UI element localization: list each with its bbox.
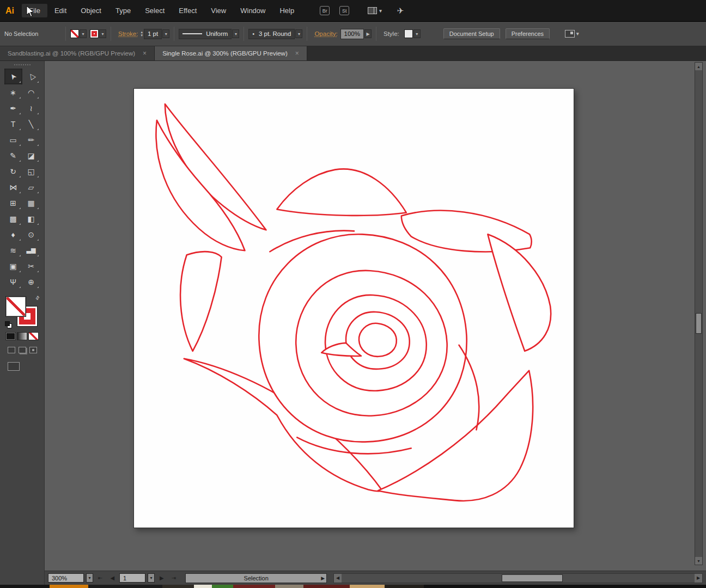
tool-rectangle[interactable]: ▭ (4, 132, 22, 148)
none-button[interactable] (28, 332, 39, 340)
vertical-scroll-track[interactable] (695, 70, 702, 557)
tool-slice[interactable]: ✂ (22, 258, 40, 274)
color-mode-row (0, 332, 44, 340)
tool-direct-selection[interactable]: ▷ (22, 69, 40, 84)
draw-behind-icon[interactable] (19, 347, 26, 353)
tool-selection[interactable]: ➤ (4, 69, 22, 84)
artboard-dropdown-icon[interactable]: ▾ (148, 573, 155, 583)
tool-gradient[interactable]: ◧ (22, 211, 40, 226)
tool-symbol-sprayer[interactable]: ≋ (4, 242, 22, 258)
zoom-level-input[interactable]: 300% (48, 573, 84, 583)
scroll-down-icon[interactable]: ▼ (695, 557, 702, 565)
tool-scale[interactable]: ◱ (22, 163, 40, 179)
horizontal-scroll-thumb[interactable] (502, 574, 563, 582)
fill-dropdown-icon[interactable]: ▾ (80, 29, 87, 38)
symbol-sprayer-tool-icon: ≋ (10, 246, 16, 255)
app-logo[interactable]: Ai (0, 6, 22, 16)
scroll-right-icon[interactable]: ▶ (695, 574, 702, 583)
draw-inside-icon[interactable] (29, 347, 37, 353)
stroke-dropdown-icon[interactable]: ▾ (99, 29, 106, 38)
stroke-panel-link[interactable]: Stroke: (118, 30, 138, 37)
touch-workspace-switch[interactable]: ▾ (565, 30, 579, 38)
tool-curvature[interactable]: ≀ (22, 100, 40, 116)
zoom-dropdown-icon[interactable]: ▾ (86, 573, 93, 583)
tool-perspective-grid[interactable]: ▦ (22, 195, 40, 211)
close-icon[interactable]: × (295, 50, 299, 57)
swap-fill-stroke-icon[interactable]: ⇄ (34, 295, 41, 301)
opacity-panel-arrow-icon[interactable]: ▶ (364, 29, 372, 38)
brush-dropdown-icon[interactable]: ▾ (295, 29, 302, 38)
menu-type[interactable]: Type (108, 4, 138, 17)
tool-zoom[interactable]: ⊕ (22, 274, 40, 290)
first-artboard-icon[interactable]: ⇤ (95, 575, 105, 581)
canvas[interactable]: ▲ ▼ (45, 61, 706, 571)
brush-definition-select[interactable]: • 3 pt. Round (248, 29, 295, 39)
close-icon[interactable]: × (143, 50, 147, 57)
paintbrush-tool-icon: ✏ (28, 136, 34, 144)
tool-rotate[interactable]: ↻ (4, 163, 22, 179)
menu-select[interactable]: Select (138, 4, 172, 17)
stroke-weight-stepper[interactable]: ▴ ▾ (141, 30, 143, 37)
document-setup-button[interactable]: Document Setup (443, 28, 500, 39)
tool-blend[interactable]: ⊙ (22, 226, 40, 242)
menu-effect[interactable]: Effect (172, 4, 204, 17)
tool-lasso[interactable]: ◠ (22, 84, 40, 100)
tool-artboard[interactable]: ▣ (4, 258, 22, 274)
tool-magic-wand[interactable]: ∗ (4, 84, 22, 100)
preferences-button[interactable]: Preferences (506, 28, 550, 39)
menu-edit[interactable]: Edit (47, 4, 74, 17)
draw-normal-icon[interactable] (8, 347, 15, 353)
opacity-panel-link[interactable]: Opacity: (314, 30, 337, 37)
menu-object[interactable]: Object (74, 4, 108, 17)
bridge-icon[interactable]: Br (320, 6, 330, 15)
tool-eraser[interactable]: ◪ (22, 148, 40, 163)
tool-shape-builder[interactable]: ⊞ (4, 195, 22, 211)
tool-mesh[interactable]: ▩ (4, 211, 22, 226)
tool-width[interactable]: ⋈ (4, 179, 22, 195)
style-swatch[interactable] (404, 29, 413, 38)
fill-color-indicator[interactable] (5, 296, 26, 317)
last-artboard-icon[interactable]: ⇥ (169, 575, 179, 581)
tool-column-graph[interactable]: ▃▆ (22, 242, 40, 258)
default-fill-stroke-icon[interactable] (5, 321, 13, 329)
opacity-input[interactable]: 100% (340, 29, 364, 39)
tab-sandblasting[interactable]: Sandblasting.ai @ 100% (RGB/GPU Preview)… (0, 46, 155, 60)
variable-width-select[interactable]: Uniform (179, 29, 232, 39)
width-profile-dropdown-icon[interactable]: ▾ (232, 29, 239, 38)
stroke-color-swatch[interactable] (90, 29, 99, 38)
stock-icon[interactable]: St (339, 6, 349, 15)
scroll-up-icon[interactable]: ▲ (695, 63, 702, 70)
tool-free-transform[interactable]: ▱ (22, 179, 40, 195)
tab-single-rose[interactable]: Single Rose.ai @ 300% (RGB/GPU Preview) … (155, 46, 307, 60)
color-button[interactable] (5, 332, 16, 340)
stroke-weight-input[interactable]: 1 pt (144, 29, 162, 39)
workspace-layout-icon[interactable]: ▾ (368, 7, 382, 14)
style-dropdown-icon[interactable]: ▾ (413, 29, 421, 38)
status-display[interactable]: Selection ▶ (185, 573, 327, 583)
share-icon[interactable]: ✈ (397, 6, 404, 16)
tool-line-segment[interactable]: ╲ (22, 116, 40, 132)
menu-view[interactable]: View (204, 4, 233, 17)
stepper-down-icon[interactable]: ▾ (141, 34, 143, 37)
tool-eyedropper[interactable]: ♦ (4, 226, 22, 242)
fill-color-swatch[interactable] (70, 29, 79, 38)
tool-pen[interactable]: ✒ (4, 100, 22, 116)
previous-artboard-icon[interactable]: ◀ (107, 575, 117, 581)
tool-type[interactable]: T (4, 116, 22, 132)
status-menu-arrow-icon[interactable]: ▶ (321, 575, 325, 581)
gradient-button[interactable] (17, 332, 27, 340)
tool-paintbrush[interactable]: ✏ (22, 132, 40, 148)
menu-help[interactable]: Help (272, 4, 301, 17)
vertical-scrollbar[interactable]: ▲ ▼ (695, 62, 703, 565)
scroll-left-icon[interactable]: ◀ (334, 574, 342, 583)
screen-mode-icon[interactable] (8, 362, 20, 371)
artboard-number-input[interactable]: 1 (119, 573, 145, 583)
horizontal-scrollbar[interactable]: ◀ ▶ (333, 573, 703, 583)
tool-hand[interactable]: Ψ (4, 274, 22, 290)
tool-shaper[interactable]: ✎ (4, 148, 22, 163)
next-artboard-icon[interactable]: ▶ (157, 575, 167, 581)
vertical-scroll-thumb[interactable] (696, 313, 702, 334)
menu-window[interactable]: Window (233, 4, 272, 17)
panel-drag-handle[interactable] (14, 64, 31, 65)
stroke-weight-dropdown-icon[interactable]: ▾ (162, 29, 169, 38)
